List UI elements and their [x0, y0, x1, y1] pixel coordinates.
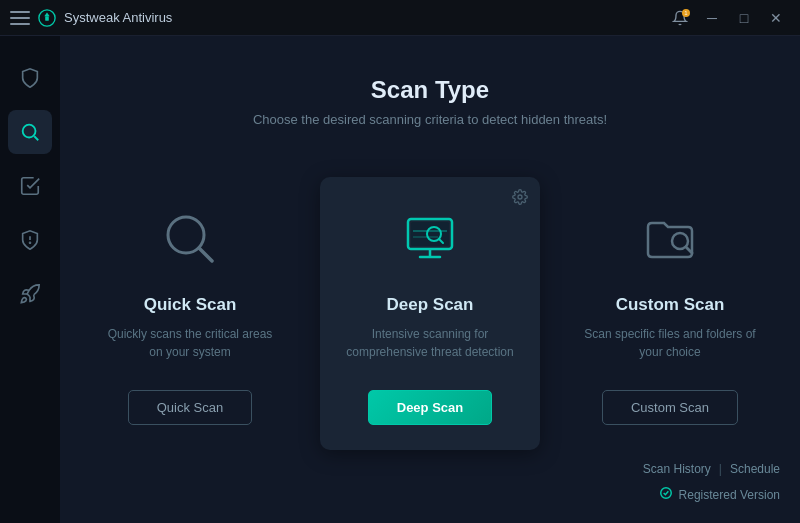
- svg-point-5: [30, 242, 31, 243]
- deep-scan-card: Deep Scan Intensive scanning for compreh…: [320, 177, 540, 450]
- title-bar: Systweak Antivirus 1 ─ □ ✕: [0, 0, 800, 36]
- bottom-bar: Scan History | Schedule Registered Versi…: [643, 462, 780, 503]
- custom-scan-button[interactable]: Custom Scan: [602, 390, 738, 425]
- sidebar-item-rocket[interactable]: [8, 272, 52, 316]
- svg-rect-1: [45, 16, 49, 21]
- quick-scan-icon: [158, 207, 222, 275]
- sidebar-item-shield2[interactable]: [8, 218, 52, 262]
- quick-scan-button[interactable]: Quick Scan: [128, 390, 252, 425]
- app-title: Systweak Antivirus: [64, 10, 172, 25]
- registered-label: Registered Version: [679, 488, 780, 502]
- custom-scan-icon: [638, 207, 702, 275]
- registered-badge: Registered Version: [659, 486, 780, 503]
- bottom-links: Scan History | Schedule: [643, 462, 780, 476]
- maximize-button[interactable]: □: [730, 7, 758, 29]
- schedule-link[interactable]: Schedule: [730, 462, 780, 476]
- deep-scan-title: Deep Scan: [387, 295, 474, 315]
- deep-scan-button[interactable]: Deep Scan: [368, 390, 492, 425]
- quick-scan-desc: Quickly scans the critical areas on your…: [100, 325, 280, 365]
- notification-icon[interactable]: 1: [666, 7, 694, 29]
- content-area: Scan Type Choose the desired scanning cr…: [60, 36, 800, 523]
- svg-point-2: [23, 125, 36, 138]
- quick-scan-title: Quick Scan: [144, 295, 237, 315]
- scan-history-link[interactable]: Scan History: [643, 462, 711, 476]
- menu-icon[interactable]: [10, 11, 30, 25]
- scan-cards-container: Quick Scan Quickly scans the critical ar…: [80, 177, 780, 450]
- settings-gear-icon[interactable]: [512, 189, 528, 209]
- notification-badge: 1: [682, 9, 690, 17]
- deep-scan-icon: [398, 207, 462, 275]
- custom-scan-card: Custom Scan Scan specific files and fold…: [560, 177, 780, 450]
- custom-scan-title: Custom Scan: [616, 295, 725, 315]
- svg-line-7: [199, 248, 212, 261]
- custom-scan-desc: Scan specific files and folders of your …: [580, 325, 760, 365]
- deep-scan-desc: Intensive scanning for comprehensive thr…: [340, 325, 520, 365]
- svg-line-3: [34, 136, 38, 140]
- sidebar: [0, 36, 60, 523]
- sidebar-item-search[interactable]: [8, 110, 52, 154]
- app-logo-icon: [38, 9, 56, 27]
- page-title: Scan Type: [371, 76, 489, 104]
- svg-point-8: [518, 195, 522, 199]
- minimize-button[interactable]: ─: [698, 7, 726, 29]
- page-subtitle: Choose the desired scanning criteria to …: [253, 112, 607, 127]
- sidebar-item-check[interactable]: [8, 164, 52, 208]
- sidebar-item-shield[interactable]: [8, 56, 52, 100]
- close-button[interactable]: ✕: [762, 7, 790, 29]
- quick-scan-card: Quick Scan Quickly scans the critical ar…: [80, 177, 300, 450]
- check-circle-icon: [659, 486, 673, 503]
- main-layout: Scan Type Choose the desired scanning cr…: [0, 36, 800, 523]
